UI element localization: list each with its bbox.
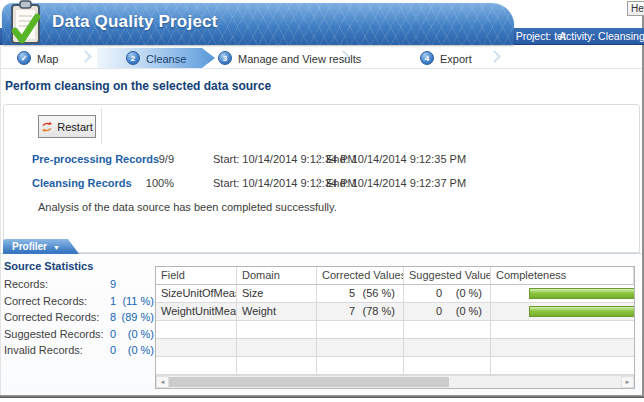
restart-button[interactable]: Restart [38,115,96,138]
suggested-values-count: 0 [404,285,442,302]
empty-cell [317,321,404,339]
stat-label: Corrected Records: [4,311,104,323]
stat-label: Correct Records: [4,295,104,307]
profiler-field-table: FieldDomainCorrected ValuesSuggested Val… [155,266,635,389]
step-2-icon: 2 [126,51,140,65]
window-border-left [0,46,1,397]
empty-cell [237,339,317,357]
tab-cleanse[interactable]: Cleanse [146,53,186,65]
stat-row: Invalid Records:0(0 %) [4,344,154,361]
divider [0,253,641,254]
field-cell: WeightUnitMeasure [156,303,237,321]
restart-icon [41,121,53,133]
completeness-bar [529,288,634,299]
help-button[interactable]: Help [627,1,644,16]
table-row-empty[interactable] [156,357,634,375]
profiler-tab-label: Profiler [12,241,47,252]
step-done-icon: ✓ [17,51,31,65]
column-header-completeness[interactable]: Completeness [491,267,634,285]
empty-cell [404,321,491,339]
scroll-right-icon[interactable]: ► [621,376,634,388]
suggested-values-count: 0 [404,303,442,320]
stat-row: Corrected Records:8(89 %) [4,311,154,328]
stat-value: 0 [104,344,116,356]
stat-value: 9 [104,278,116,290]
empty-cell [491,357,634,375]
corrected-values-count: 7 [317,303,355,320]
completeness-cell [491,285,634,303]
stat-label: Records: [4,278,104,290]
empty-cell [404,339,491,357]
empty-cell [156,357,237,375]
column-header-domain[interactable]: Domain [237,267,317,285]
profiler-tab[interactable]: Profiler ▼ [3,239,79,254]
chevron-right-icon [79,50,92,63]
chevron-down-icon: ▼ [53,244,60,251]
cleansing-records-row: Cleansing Records 100% Start: 10/14/2014… [0,177,644,191]
domain-cell: Weight [237,303,317,321]
domain-cell: Size [237,285,317,303]
corrected-values-percent: (78 %) [355,303,403,320]
scrollbar-track[interactable] [169,376,621,388]
pre-processing-end-time: End: 10/14/2014 9:12:35 PM [318,153,466,165]
table-row-empty[interactable] [156,321,634,339]
suggested-values-percent: (0 %) [442,285,490,302]
scroll-left-icon[interactable]: ◄ [156,376,169,388]
stat-row: Records:9 [4,278,154,295]
window-border-bottom [0,395,644,398]
empty-cell [156,321,237,339]
divider [101,108,102,144]
chevron-right-icon [488,50,501,63]
source-statistics-rows: Records:9Correct Records:1(11 %)Correcte… [4,278,154,361]
empty-cell [156,339,237,357]
empty-cell [404,357,491,375]
stat-value: 8 [104,311,116,323]
corrected-values-percent: (56 %) [355,285,403,302]
cleansing-records-value: 100% [138,177,174,189]
stat-label: Invalid Records: [4,344,104,356]
tab-export[interactable]: Export [440,53,472,65]
horizontal-scrollbar[interactable]: ◄ ► [156,375,634,388]
data-quality-project-window: Knowledge Base: ContosoProductsK... Data… [0,0,644,402]
activity-label: Activity: Cleansing [559,30,644,42]
column-header-corrected-values[interactable]: Corrected Values [317,267,404,285]
tab-map[interactable]: Map [37,53,58,65]
pre-processing-records-value: 9/9 [138,153,174,165]
stat-value: 0 [104,328,116,340]
app-title: Data Quality Project [52,12,218,32]
step-4-icon: 4 [420,51,434,65]
tab-manage-and-view-results[interactable]: Manage and View results [238,53,361,65]
step-3-icon: 3 [218,51,232,65]
stat-row: Suggested Records:0(0 %) [4,328,154,345]
stat-label: Suggested Records: [4,328,104,340]
empty-cell [317,357,404,375]
suggested-values: 0(0 %) [404,303,491,321]
scrollbar-thumb[interactable] [169,377,449,387]
page-title: Perform cleansing on the selected data s… [5,79,271,93]
suggested-values-percent: (0 %) [442,303,490,320]
corrected-values-count: 5 [317,285,355,302]
column-header-suggested-values[interactable]: Suggested Values [404,267,491,285]
table-row-empty[interactable] [156,339,634,357]
column-header-field[interactable]: Field [156,267,237,285]
source-statistics-panel: Source Statistics Records:9Correct Recor… [4,260,154,361]
clipboard-check-icon [6,0,44,52]
corrected-values: 7(78 %) [317,303,404,321]
table-row[interactable]: SizeUnitOfMeasureSize5(56 %)0(0 %) [156,285,634,303]
restart-button-label: Restart [57,121,92,133]
table-header-row: FieldDomainCorrected ValuesSuggested Val… [156,267,634,285]
table-body: SizeUnitOfMeasureSize5(56 %)0(0 %)Weight… [156,285,634,375]
cleansing-end-time: End: 10/14/2014 9:12:37 PM [318,177,466,189]
empty-cell [317,339,404,357]
table-row[interactable]: WeightUnitMeasureWeight7(78 %)0(0 %) [156,303,634,321]
stat-percent: (89 %) [116,311,154,323]
status-message: Analysis of the data source has been com… [38,201,337,213]
pre-processing-records-row: Pre-processing Records 9/9 Start: 10/14/… [0,153,644,167]
source-statistics-title: Source Statistics [4,260,154,272]
empty-cell [237,357,317,375]
empty-cell [491,321,634,339]
corrected-values: 5(56 %) [317,285,404,303]
wizard-step-bar: ✓ Map 2 Cleanse 3 Manage and View result… [1,47,643,69]
empty-cell [491,339,634,357]
stat-percent: (0 %) [116,328,154,340]
